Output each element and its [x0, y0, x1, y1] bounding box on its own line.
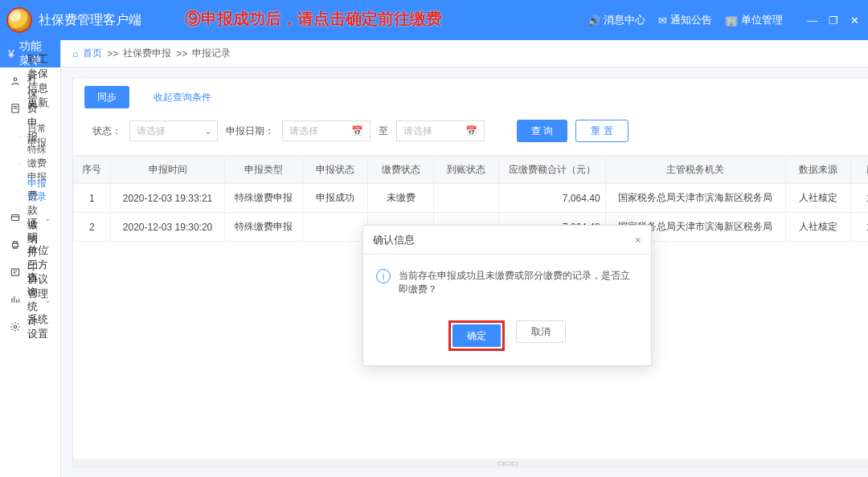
- win-min-button[interactable]: —: [805, 14, 820, 26]
- users-icon: [10, 75, 21, 87]
- notice-label: 通知公告: [670, 13, 712, 27]
- chevron-down-icon: ⌄: [44, 214, 51, 222]
- modal-body: i 当前存在申报成功且未缴费或部分缴费的记录，是否立即缴费？: [363, 255, 651, 311]
- window-buttons: — ❐ ✕: [805, 14, 862, 26]
- win-max-button[interactable]: ❐: [826, 14, 841, 26]
- nav-special-declare[interactable]: 特殊缴费申报: [0, 149, 60, 177]
- msg-center-label: 消息中心: [604, 13, 645, 27]
- win-close-button[interactable]: ✕: [847, 14, 862, 26]
- notice-link[interactable]: ✉ 通知公告: [658, 13, 712, 27]
- wallet-icon: [10, 212, 21, 223]
- app-title: 社保费管理客户端: [39, 12, 141, 29]
- svg-rect-3: [13, 243, 18, 247]
- chevron-up-icon: ⌃: [44, 104, 51, 113]
- ok-highlight-box: 确定: [448, 320, 505, 351]
- modal-title: 确认信息: [373, 233, 415, 247]
- nav-declare-record-label: 申报记录: [27, 177, 51, 204]
- mail-icon: ✉: [658, 14, 667, 26]
- header-right: 🔊 消息中心 ✉ 通知公告 🏢 单位管理 — ❐ ✕: [588, 13, 862, 27]
- content-area: ⌂ 首页 >> 社保费申报 >> 申报记录 □ × 同步 收起查询条件 状态： …: [61, 40, 868, 477]
- instruction-overlay: ⑨申报成功后，请点击确定前往缴费: [185, 8, 442, 30]
- megaphone-icon: 🔊: [588, 14, 600, 26]
- modal-header: 确认信息 ×: [363, 226, 651, 255]
- nav-settings-label: 系统设置: [27, 312, 51, 341]
- printer-icon: [10, 239, 21, 251]
- nav-settings[interactable]: 系统设置: [0, 313, 60, 340]
- modal-mask: 确认信息 × i 当前存在申报成功且未缴费或部分缴费的记录，是否立即缴费？ 确定…: [61, 40, 868, 477]
- doc-icon: [10, 103, 21, 114]
- sidebar: ¥ 功能菜单 职工参保信息更新 社保费申报 ⌃ 日常申报 特殊缴费申报 申报记录…: [0, 40, 61, 477]
- gear-icon: [10, 321, 21, 332]
- modal-cancel-button[interactable]: 取消: [516, 320, 566, 343]
- building-icon: 🏢: [725, 14, 738, 26]
- unit-mgmt-label: 单位管理: [741, 13, 783, 27]
- msg-center-link[interactable]: 🔊 消息中心: [588, 13, 645, 27]
- modal-footer: 确定 取消: [363, 311, 651, 365]
- confirm-modal: 确认信息 × i 当前存在申报成功且未缴费或部分缴费的记录，是否立即缴费？ 确定…: [362, 225, 652, 366]
- unit-mgmt-link[interactable]: 🏢 单位管理: [725, 13, 783, 27]
- modal-ok-button[interactable]: 确定: [452, 324, 501, 347]
- handshake-icon: [10, 267, 21, 278]
- svg-point-5: [14, 325, 17, 328]
- modal-close-button[interactable]: ×: [635, 234, 641, 247]
- modal-message: 当前存在申报成功且未缴费或部分缴费的记录，是否立即缴费？: [399, 269, 638, 296]
- chart-icon: [10, 294, 21, 305]
- svg-rect-2: [11, 215, 18, 221]
- nav-sbf-declare[interactable]: 社保费申报 ⌃: [0, 95, 60, 122]
- svg-point-0: [14, 78, 17, 81]
- app-logo: [6, 7, 32, 33]
- info-icon: i: [376, 269, 391, 283]
- nav-query-stats[interactable]: 查询统计 ⌄: [0, 286, 60, 313]
- app-header: 社保费管理客户端 ⑨申报成功后，请点击确定前往缴费 🔊 消息中心 ✉ 通知公告 …: [0, 0, 868, 40]
- yen-icon: ¥: [8, 47, 14, 60]
- chevron-down-icon: ⌄: [44, 296, 51, 304]
- nav-declare-record[interactable]: 申报记录: [0, 177, 60, 204]
